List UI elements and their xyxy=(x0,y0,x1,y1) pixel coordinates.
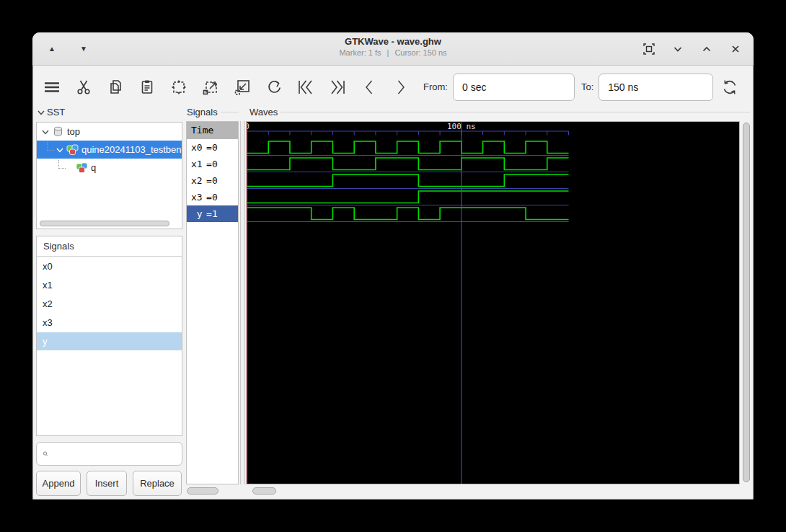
list-item-x2[interactable]: x2 xyxy=(37,295,182,313)
chevron-right-icon xyxy=(392,78,410,97)
waves-frame-label: Waves xyxy=(250,107,750,118)
append-button[interactable]: Append xyxy=(36,471,81,496)
signal-search-list: Signals x0 x1 x2 x3 y xyxy=(36,236,182,436)
status-separator: | xyxy=(387,48,389,57)
cylinder-icon xyxy=(52,126,64,137)
tree-connector xyxy=(47,142,54,151)
module-cubes-icon xyxy=(66,144,79,155)
tree-item-testbench[interactable]: quine20241103_testben xyxy=(37,141,182,159)
to-start-button[interactable] xyxy=(295,75,317,99)
waves-horizontal-scrollbar[interactable] xyxy=(246,487,751,495)
from-input[interactable] xyxy=(453,74,575,101)
signals-frame-label: Signals xyxy=(187,107,239,118)
from-label: From: xyxy=(423,81,448,92)
chevron-left-icon xyxy=(360,78,379,97)
maximize-button[interactable] xyxy=(699,41,715,57)
titlebar: ▲ ▼ GTKWave - wave.ghw Marker: 1 fs|Curs… xyxy=(32,32,754,66)
horizontal-scrollbar-thumb[interactable] xyxy=(252,487,276,495)
list-item-y[interactable]: y xyxy=(37,332,182,350)
clipboard-paste-icon xyxy=(138,78,156,97)
scissors-icon xyxy=(74,78,93,97)
tree-item-label: top xyxy=(67,126,80,137)
search-icon xyxy=(43,448,48,460)
list-item-x3[interactable]: x3 xyxy=(37,314,182,332)
cursor-status: Cursor: 150 ns xyxy=(394,48,446,57)
marker-status: Marker: 1 fs xyxy=(339,48,381,57)
skip-to-start-icon xyxy=(296,78,316,97)
signals-horizontal-scrollbar[interactable] xyxy=(186,487,239,495)
fullscreen-button[interactable] xyxy=(641,41,657,57)
to-input[interactable] xyxy=(599,74,713,101)
zoom-out-icon xyxy=(233,78,252,97)
chevron-down-icon xyxy=(672,43,684,55)
fullscreen-icon xyxy=(643,43,655,56)
signal-search-box xyxy=(36,442,182,466)
to-label: To: xyxy=(581,81,593,92)
close-button[interactable] xyxy=(728,41,743,57)
reload-button[interactable] xyxy=(719,75,741,99)
search-input[interactable] xyxy=(52,448,182,460)
chevron-down-icon[interactable] xyxy=(37,108,45,117)
skip-to-end-icon xyxy=(327,78,348,97)
time-header[interactable]: Time xyxy=(187,122,238,139)
signal-row-x2[interactable]: x2=0 xyxy=(187,172,238,189)
expander-chevron-icon[interactable] xyxy=(41,128,50,136)
waveform-display[interactable]: 0100 ns xyxy=(246,121,740,484)
undo-arrow-icon xyxy=(265,78,283,97)
cut-traces-button[interactable] xyxy=(73,75,94,99)
toolbar: From: To: xyxy=(32,66,754,107)
sst-horizontal-scrollbar[interactable] xyxy=(40,221,169,226)
zoom-fit-icon xyxy=(169,78,188,97)
hamburger-menu-icon xyxy=(42,78,62,97)
zoom-in-button[interactable] xyxy=(200,75,221,99)
gtkwave-window: ▲ ▼ GTKWave - wave.ghw Marker: 1 fs|Curs… xyxy=(32,32,754,500)
forward-edge-button[interactable] xyxy=(390,75,412,99)
tree-item-top[interactable]: top xyxy=(37,123,182,141)
vertical-scrollbar-thumb[interactable] xyxy=(743,123,750,482)
signal-row-x0[interactable]: x0=0 xyxy=(187,139,238,156)
minimize-button[interactable] xyxy=(670,41,686,57)
sst-tree: top quine20241103_testben q xyxy=(36,122,182,229)
chevron-up-icon xyxy=(701,43,712,55)
signal-name-panel: Time x0=0 x1=0 x2=0 x3=0 y=1 xyxy=(186,121,239,484)
tree-item-q[interactable]: q xyxy=(37,159,182,177)
tree-connector xyxy=(58,160,66,169)
waveform-canvas: 0100 ns xyxy=(247,122,739,484)
zoom-out-button[interactable] xyxy=(231,75,253,99)
module-cubes-icon xyxy=(76,162,88,173)
to-end-button[interactable] xyxy=(327,75,348,99)
signal-row-x1[interactable]: x1=0 xyxy=(187,156,238,172)
zoom-undo-button[interactable] xyxy=(263,75,285,99)
signal-row-x3[interactable]: x3=0 xyxy=(187,189,238,205)
zoom-fit-button[interactable] xyxy=(168,75,190,99)
tree-item-label: quine20241103_testben xyxy=(81,144,182,155)
panel-splitter[interactable] xyxy=(240,121,245,484)
expander-chevron-icon[interactable] xyxy=(56,146,64,154)
sst-frame-label: SST xyxy=(37,107,181,118)
menu-button[interactable] xyxy=(41,75,63,99)
list-item-x1[interactable]: x1 xyxy=(37,276,182,294)
zoom-in-icon xyxy=(201,78,220,97)
reload-icon xyxy=(720,77,740,97)
close-icon xyxy=(730,43,741,55)
list-item-x0[interactable]: x0 xyxy=(37,257,182,275)
copy-icon xyxy=(106,78,125,97)
waves-vertical-scrollbar[interactable] xyxy=(741,121,751,484)
tree-item-label: q xyxy=(91,162,96,173)
signal-list-header: Signals xyxy=(37,236,182,257)
replace-button[interactable]: Replace xyxy=(133,471,182,496)
copy-traces-button[interactable] xyxy=(105,75,126,99)
insert-button[interactable]: Insert xyxy=(87,471,127,496)
signal-row-y[interactable]: y=1 xyxy=(187,205,238,222)
paste-traces-button[interactable] xyxy=(136,75,158,99)
back-edge-button[interactable] xyxy=(358,75,380,99)
horizontal-scrollbar-thumb[interactable] xyxy=(187,487,218,495)
